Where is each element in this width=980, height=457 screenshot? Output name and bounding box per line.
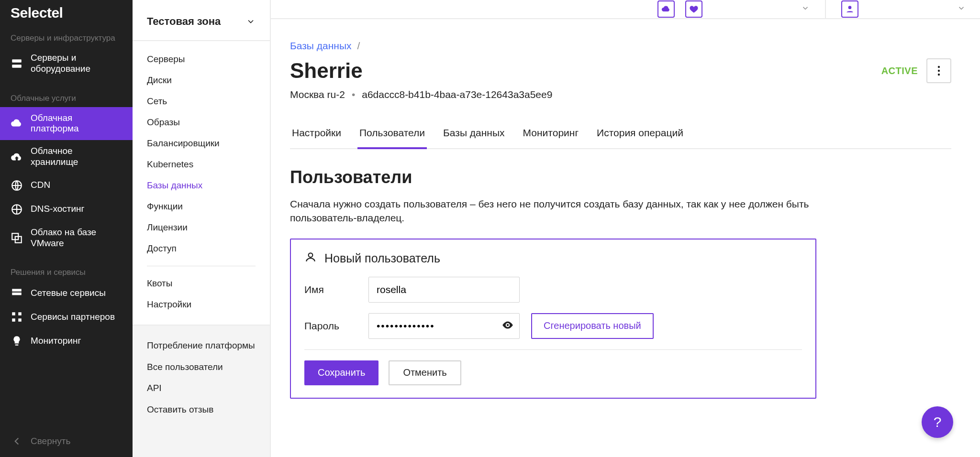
svg-point-16 — [938, 70, 940, 72]
instance-meta: Москва ru-2 • a6daccc8-b41b-4baa-a73e-12… — [290, 89, 951, 100]
sidebar-item-vmware[interactable]: Облако на базе VMware — [0, 221, 133, 255]
nav-images[interactable]: Образы — [133, 112, 270, 133]
sidebar-item-servers-equipment[interactable]: Серверы и оборудование — [0, 47, 133, 80]
tab-history[interactable]: История операций — [595, 127, 685, 149]
brand-logo: Selectel — [0, 0, 133, 30]
new-user-card: Новый пользователь Имя Пароль Сгенериров… — [290, 239, 816, 399]
nav-all-users[interactable]: Все пользователи — [133, 357, 270, 378]
sidebar-item-network-services[interactable]: Сетевые сервисы — [0, 281, 133, 305]
sidebar-collapse[interactable]: Свернуть — [0, 425, 133, 457]
tab-settings[interactable]: Настройки — [290, 127, 343, 149]
nav-api[interactable]: API — [133, 378, 270, 399]
svg-point-18 — [309, 253, 313, 257]
nav-functions[interactable]: Функции — [133, 196, 270, 217]
svg-rect-1 — [12, 65, 22, 68]
nav-access[interactable]: Доступ — [133, 238, 270, 259]
nav-feedback[interactable]: Оставить отзыв — [133, 399, 270, 421]
topbar-balance-selector[interactable] — [685, 0, 810, 18]
sidebar-label: Облачная платформа — [31, 113, 122, 135]
sidebar-label: Облако на базе VMware — [31, 227, 122, 249]
help-fab[interactable]: ? — [922, 406, 953, 438]
breadcrumb-root[interactable]: Базы данных — [290, 40, 352, 52]
status-badge: ACTIVE — [881, 65, 918, 76]
chevron-down-icon — [801, 4, 810, 15]
card-separator — [304, 349, 802, 350]
nav-servers[interactable]: Серверы — [133, 49, 270, 70]
tab-users[interactable]: Пользователи — [357, 127, 427, 149]
nav-consumption[interactable]: Потребление платформы — [133, 335, 270, 357]
cancel-button[interactable]: Отменить — [389, 360, 461, 385]
sidebar-label: Серверы и оборудование — [31, 53, 122, 75]
breadcrumb: Базы данных / — [290, 40, 951, 52]
chevron-down-icon — [246, 17, 256, 26]
cloud-upload-icon — [11, 151, 23, 163]
sidebar-label: CDN — [31, 180, 122, 191]
topbar-chip-cloud[interactable] — [657, 0, 675, 18]
password-label: Пароль — [304, 320, 357, 332]
nav-licenses[interactable]: Лицензии — [133, 217, 270, 238]
sidebar-item-partner-services[interactable]: Сервисы партнеров — [0, 305, 133, 329]
main-content: Базы данных / Sherrie ACTIVE Москва ru-2… — [271, 19, 980, 457]
password-input[interactable] — [368, 313, 520, 339]
nav-separator — [147, 266, 256, 266]
sidebar-label: Мониторинг — [31, 336, 122, 347]
svg-rect-8 — [12, 289, 22, 292]
instance-actions-button[interactable] — [926, 58, 951, 83]
sidebar-item-cdn[interactable]: CDN — [0, 174, 133, 197]
globe-icon — [11, 179, 23, 192]
network-icon — [11, 287, 23, 299]
breadcrumb-separator: / — [357, 40, 360, 52]
project-selector[interactable]: Тестовая зона — [133, 0, 270, 41]
topbar — [271, 0, 980, 19]
sidebar-label: Сетевые сервисы — [31, 288, 122, 299]
topbar-chip-user — [841, 0, 858, 18]
nav-databases[interactable]: Базы данных — [133, 175, 270, 196]
nav-loadbalancers[interactable]: Балансировщики — [133, 133, 270, 154]
toggle-password-visibility[interactable] — [501, 319, 515, 333]
nav-quotas[interactable]: Квоты — [133, 273, 270, 294]
sidebar-category-solutions: Решения и сервисы — [0, 254, 133, 281]
topbar-separator — [825, 0, 826, 19]
save-button[interactable]: Сохранить — [304, 360, 379, 385]
nav-network[interactable]: Сеть — [133, 91, 270, 112]
topbar-chip-heart — [685, 0, 702, 18]
nav-settings[interactable]: Настройки — [133, 294, 270, 315]
generate-password-button[interactable]: Сгенерировать новый — [531, 313, 654, 339]
server-icon — [11, 57, 23, 70]
sidebar-item-dns[interactable]: DNS-хостинг — [0, 197, 133, 221]
nav-disks[interactable]: Диски — [133, 70, 270, 91]
instance-region: Москва ru-2 — [290, 89, 345, 100]
tab-monitoring[interactable]: Мониторинг — [521, 127, 580, 149]
svg-point-17 — [938, 74, 940, 76]
meta-dot: • — [352, 89, 355, 100]
svg-point-14 — [848, 6, 852, 9]
eye-icon — [501, 319, 514, 333]
project-name: Тестовая зона — [147, 15, 221, 28]
svg-rect-10 — [12, 313, 15, 316]
card-title: Новый пользователь — [324, 251, 440, 265]
project-nav-secondary: Потребление платформы Все пользователи A… — [133, 326, 270, 430]
apps-icon — [11, 311, 23, 323]
svg-rect-9 — [12, 293, 22, 295]
sidebar-item-cloud-platform[interactable]: Облачная платформа — [0, 107, 133, 141]
person-icon — [304, 251, 317, 266]
svg-rect-12 — [12, 319, 15, 322]
sidebar-label: DNS-хостинг — [31, 204, 122, 215]
topbar-account-selector[interactable] — [841, 0, 966, 18]
svg-rect-0 — [12, 59, 22, 62]
svg-rect-13 — [18, 319, 22, 322]
sidebar-item-monitoring[interactable]: Мониторинг — [0, 329, 133, 353]
sidebar-category-servers: Серверы и инфраструктура — [0, 30, 133, 47]
sidebar-label: Облачное хранилище — [31, 146, 122, 168]
sidebar-item-cloud-storage[interactable]: Облачное хранилище — [0, 140, 133, 174]
topbar-group-left — [657, 0, 675, 18]
sidebar-category-cloud: Облачные услуги — [0, 80, 133, 107]
vmware-icon — [11, 232, 23, 244]
name-label: Имя — [304, 284, 357, 295]
svg-point-15 — [938, 66, 940, 68]
nav-kubernetes[interactable]: Kubernetes — [133, 154, 270, 175]
section-description: Сначала нужно создать пользователя – без… — [290, 197, 812, 225]
tab-databases[interactable]: Базы данных — [441, 127, 507, 149]
instance-name: Sherrie — [290, 59, 881, 83]
name-input[interactable] — [368, 277, 520, 303]
